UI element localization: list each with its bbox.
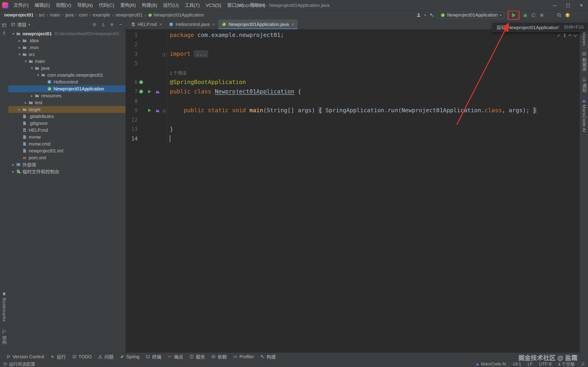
tree-item[interactable]: ▸.idea — [8, 37, 125, 44]
tree-item[interactable]: mpom.xml — [8, 154, 125, 161]
editor-tab[interactable]: CHellocontrol.java× — [165, 19, 218, 29]
menu-item[interactable]: 代码(C) — [96, 3, 117, 8]
minus-icon[interactable] — [119, 23, 123, 27]
chevron-right-icon[interactable]: ▸ — [29, 93, 35, 98]
tree-item[interactable]: MHELP.md — [8, 127, 125, 133]
tree-item[interactable]: Newproject01Application — [8, 85, 125, 92]
tree-item[interactable]: ▸resources — [8, 92, 125, 99]
springbean-icon[interactable] — [138, 80, 144, 85]
chevron-right-icon[interactable]: ▸ — [11, 169, 16, 174]
stripe-item[interactable] — [2, 31, 6, 35]
stripe-item[interactable]: 数据库 — [581, 52, 587, 72]
search-icon[interactable] — [557, 13, 562, 18]
update-icon[interactable] — [565, 13, 570, 18]
breadcrumb-item[interactable]: com — [79, 12, 87, 18]
chevron-right-icon[interactable]: ▸ — [17, 45, 22, 50]
tool-window-button[interactable]: Version Control — [3, 353, 47, 361]
menu-item[interactable]: 编辑(E) — [32, 3, 53, 8]
collapse-icon[interactable] — [101, 23, 105, 27]
stop-icon[interactable] — [539, 13, 544, 18]
close-icon[interactable]: × — [291, 22, 294, 27]
run-icon[interactable] — [147, 89, 152, 94]
tree-item[interactable]: newproject01.iml — [8, 147, 125, 154]
code-line[interactable]: 3+import ... — [126, 49, 580, 58]
close-button[interactable]: × — [575, 0, 588, 10]
chevron-down-icon[interactable]: ▾ — [23, 59, 28, 64]
gear-icon[interactable] — [110, 23, 114, 27]
code-line[interactable]: 1 个用法 — [126, 68, 580, 77]
close-icon[interactable]: × — [212, 22, 215, 27]
tree-item[interactable]: ▸临时文件和控制台 — [8, 168, 125, 175]
menu-item[interactable]: VCS(S) — [203, 3, 224, 8]
tool-window-button[interactable]: 端点 — [164, 353, 186, 361]
status-left[interactable]: 运行所选配置 — [3, 361, 35, 367]
marscode-icon[interactable] — [155, 89, 160, 94]
tool-window-button[interactable]: 问题 — [95, 353, 117, 361]
code-line[interactable]: 8 — [126, 96, 580, 106]
menu-item[interactable]: 构建(B) — [139, 3, 160, 8]
code-line[interactable]: 13} — [126, 125, 580, 134]
tree-item[interactable]: ▾main — [8, 58, 125, 65]
code-line[interactable]: 12 — [126, 115, 580, 125]
tree-item[interactable]: ▸target — [8, 106, 125, 113]
maximize-button[interactable]: □ — [561, 0, 575, 10]
stripe-item[interactable]: Bookmarks — [2, 292, 7, 322]
breadcrumb-item[interactable]: main — [50, 12, 60, 18]
tool-window-button[interactable]: Profiler — [230, 353, 257, 361]
menu-item[interactable]: 重构(R) — [117, 3, 139, 8]
tree-item[interactable]: mvnw.cmd — [8, 141, 125, 147]
minimize-button[interactable]: – — [548, 0, 561, 10]
menu-item[interactable]: 运行(U) — [160, 3, 182, 8]
chevron-right-icon[interactable]: ▸ — [17, 38, 22, 43]
chevron-up-icon[interactable] — [568, 34, 572, 38]
status-item[interactable]: LF — [527, 361, 533, 367]
tree-item[interactable]: ▸外部库 — [8, 161, 125, 168]
status-item[interactable]: 14:1 — [513, 361, 521, 367]
tree-item[interactable]: ▾newproject01D:\develop\idea002\newproje… — [8, 30, 125, 37]
rerun-icon[interactable] — [531, 13, 536, 18]
tree-item[interactable]: ▾com.example.newproject01 — [8, 72, 125, 78]
breadcrumb-item[interactable]: newproject01 — [115, 12, 143, 18]
fold-marker[interactable]: + — [162, 107, 167, 114]
breadcrumb-item[interactable]: src — [39, 12, 45, 18]
code-line[interactable]: 5 — [126, 58, 580, 68]
code-line[interactable]: 6@SpringBootApplication — [126, 77, 580, 87]
tool-window-button[interactable]: Spring — [117, 353, 143, 361]
tree-item[interactable]: ▸.mvn — [8, 44, 125, 51]
tree-item[interactable]: ▾src — [8, 51, 125, 58]
editor-tab[interactable]: Newproject01Application.java× — [218, 19, 298, 29]
stripe-item[interactable] — [2, 23, 6, 27]
breadcrumb-item[interactable]: Newproject01Application — [148, 12, 204, 18]
status-item[interactable]: UTF-8 — [539, 361, 552, 367]
status-item[interactable]: MarsCode AI — [476, 361, 506, 367]
chevron-down-icon[interactable]: ▾ — [35, 73, 41, 78]
locate-icon[interactable] — [92, 23, 96, 27]
tree-item[interactable]: .gitignore — [8, 120, 125, 127]
marscode-icon[interactable] — [155, 108, 160, 113]
tool-window-button[interactable]: 运行 — [47, 353, 69, 361]
chevron-down-icon[interactable] — [573, 33, 577, 37]
tool-window-button[interactable]: 服务 — [186, 353, 208, 361]
run-config-selector[interactable]: Newproject01Application ▾ — [438, 11, 504, 19]
menu-item[interactable]: 视图(V) — [53, 3, 74, 8]
run-button[interactable] — [510, 12, 517, 18]
inspections-widget[interactable]: 1 — [556, 33, 577, 38]
code-line[interactable]: 7public class Newproject01Application { — [126, 87, 580, 96]
debug-icon[interactable] — [523, 13, 528, 18]
hammer-icon[interactable] — [429, 13, 434, 18]
springbean-icon[interactable] — [138, 89, 144, 94]
tree-item[interactable]: CHellocontrol — [8, 78, 125, 85]
tool-window-button[interactable]: 构建 — [257, 353, 279, 361]
tool-window-button[interactable]: TODO — [69, 353, 95, 361]
stripe-item[interactable]: 通知 — [581, 78, 587, 93]
chevron-right-icon[interactable]: ▸ — [17, 107, 22, 112]
tree-item[interactable]: ▾java — [8, 65, 125, 72]
menu-item[interactable]: 导航(N) — [74, 3, 96, 8]
tool-window-button[interactable]: 依赖 — [208, 353, 230, 361]
stripe-item[interactable]: 结构 — [1, 330, 7, 345]
code-line[interactable]: 2 — [126, 40, 580, 49]
editor-tab[interactable]: MHELP.md× — [128, 19, 165, 29]
chevron-down-icon[interactable]: ▾ — [11, 32, 16, 36]
breadcrumb-item[interactable]: newproject01 — [4, 12, 34, 18]
tree-item[interactable]: ▸test — [8, 99, 125, 106]
